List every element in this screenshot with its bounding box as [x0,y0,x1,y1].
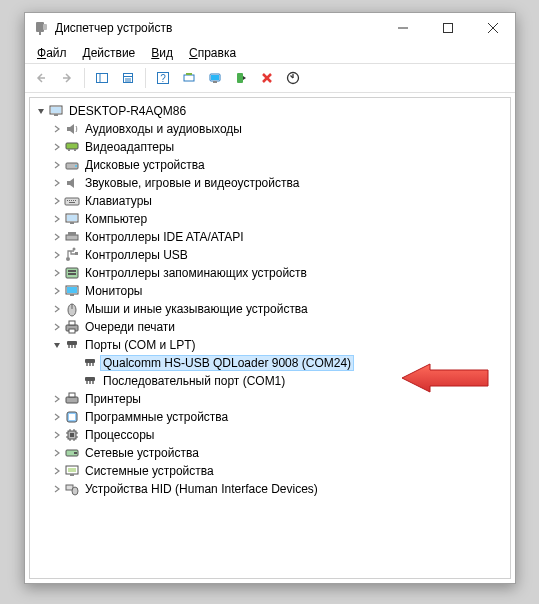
update-driver-button[interactable] [203,66,227,90]
chevron-right-icon[interactable] [50,446,64,460]
menu-view[interactable]: Вид [145,45,179,61]
tree-node-monitors[interactable]: Мониторы [32,282,510,300]
chevron-right-icon[interactable] [50,284,64,298]
menu-file[interactable]: Файл [31,45,73,61]
svg-rect-34 [69,200,70,201]
tree-node-network[interactable]: Сетевые устройства [32,444,510,462]
tree-node-printers[interactable]: Принтеры [32,390,510,408]
svg-rect-15 [184,75,194,81]
chevron-down-icon[interactable] [34,104,48,118]
properties-button[interactable] [116,66,140,90]
tree-node-ide[interactable]: Контроллеры IDE ATA/ATAPI [32,228,510,246]
maximize-button[interactable] [425,13,470,43]
tree-node-ports[interactable]: Порты (COM и LPT) [32,336,510,354]
tree-node-audio[interactable]: Аудиовходы и аудиовыходы [32,120,510,138]
network-adapter-icon [64,445,80,461]
chevron-right-icon[interactable] [50,140,64,154]
svg-rect-1 [39,32,41,35]
show-hide-tree-button[interactable] [90,66,114,90]
svg-rect-4 [443,24,452,33]
hid-icon [64,481,80,497]
tree-node-port-qualcomm[interactable]: Qualcomm HS-USB QDLoader 9008 (COM24) [32,354,510,372]
tree-node-printqueue[interactable]: Очереди печати [32,318,510,336]
svg-rect-64 [89,363,91,366]
tree-node-usbctrl[interactable]: Контроллеры USB [32,246,510,264]
toolbar-separator [84,68,85,88]
svg-rect-18 [211,75,219,80]
device-tree[interactable]: DESKTOP-R4AQM86 Аудиовходы и аудиовыходы… [29,97,511,579]
chevron-right-icon[interactable] [50,302,64,316]
tree-node-cpus[interactable]: Процессоры [32,426,510,444]
svg-rect-62 [85,359,95,363]
chevron-right-icon[interactable] [50,194,64,208]
svg-rect-32 [65,198,79,205]
chevron-right-icon[interactable] [50,410,64,424]
svg-rect-37 [75,200,76,201]
help-button[interactable]: ? [151,66,175,90]
enable-device-button[interactable] [229,66,253,90]
tree-node-storage[interactable]: Контроллеры запоминающих устройств [32,264,510,282]
com-port-icon [82,373,98,389]
uninstall-device-button[interactable] [255,66,279,90]
chevron-right-icon[interactable] [50,464,64,478]
minimize-button[interactable] [380,13,425,43]
chevron-right-icon[interactable] [50,320,64,334]
close-button[interactable] [470,13,515,43]
svg-point-44 [66,257,70,261]
tree-node-mice[interactable]: Мыши и иные указывающие устройства [32,300,510,318]
toolbar-separator [145,68,146,88]
menu-help[interactable]: Справка [183,45,242,61]
nav-back-button[interactable] [29,66,53,90]
tree-node-computer[interactable]: Компьютер [32,210,510,228]
display-adapter-icon [64,139,80,155]
chevron-right-icon[interactable] [50,158,64,172]
tree-node-software[interactable]: Программные устройства [32,408,510,426]
chevron-right-icon[interactable] [50,122,64,136]
disable-device-button[interactable] [281,66,305,90]
tree-node-video[interactable]: Видеоадаптеры [32,138,510,156]
disk-drive-icon [64,157,80,173]
chevron-right-icon[interactable] [50,248,64,262]
menu-action[interactable]: Действие [77,45,142,61]
svg-point-90 [72,487,78,495]
chevron-down-icon[interactable] [50,338,64,352]
tree-node-keyboards[interactable]: Клавиатуры [32,192,510,210]
svg-point-31 [75,165,77,167]
svg-rect-60 [71,345,73,348]
svg-rect-63 [86,363,88,366]
svg-rect-0 [36,22,44,32]
chevron-right-icon[interactable] [50,266,64,280]
tree-node-system[interactable]: Системные устройства [32,462,510,480]
svg-rect-19 [213,81,217,83]
chevron-right-icon[interactable] [50,482,64,496]
tree-root[interactable]: DESKTOP-R4AQM86 [32,102,510,120]
ports-icon [64,337,80,353]
sound-icon [64,175,80,191]
svg-rect-28 [68,149,70,151]
selected-device-label: Qualcomm HS-USB QDLoader 9008 (COM24) [100,355,354,371]
keyboard-icon [64,193,80,209]
nav-forward-button[interactable] [55,66,79,90]
tree-node-port-com1[interactable]: Последовательный порт (COM1) [32,372,510,390]
svg-rect-56 [69,321,75,325]
svg-rect-51 [67,287,77,293]
printer-icon [64,391,80,407]
device-manager-window: Диспетчер устройств Файл Действие Вид Сп… [24,12,516,584]
chevron-right-icon[interactable] [50,428,64,442]
chevron-right-icon[interactable] [50,212,64,226]
chevron-right-icon[interactable] [50,176,64,190]
svg-rect-61 [74,345,76,348]
svg-rect-25 [51,107,61,113]
svg-rect-38 [69,202,75,203]
scan-hardware-button[interactable] [177,66,201,90]
audio-icon [64,121,80,137]
tree-node-soundgame[interactable]: Звуковые, игровые и видеоустройства [32,174,510,192]
chevron-right-icon[interactable] [50,230,64,244]
svg-rect-85 [74,452,77,454]
svg-rect-41 [70,222,74,224]
tree-node-disks[interactable]: Дисковые устройства [32,156,510,174]
tree-node-hid[interactable]: Устройства HID (Human Interface Devices) [32,480,510,498]
chevron-right-icon[interactable] [50,392,64,406]
svg-rect-75 [70,433,74,437]
usb-icon [64,247,80,263]
